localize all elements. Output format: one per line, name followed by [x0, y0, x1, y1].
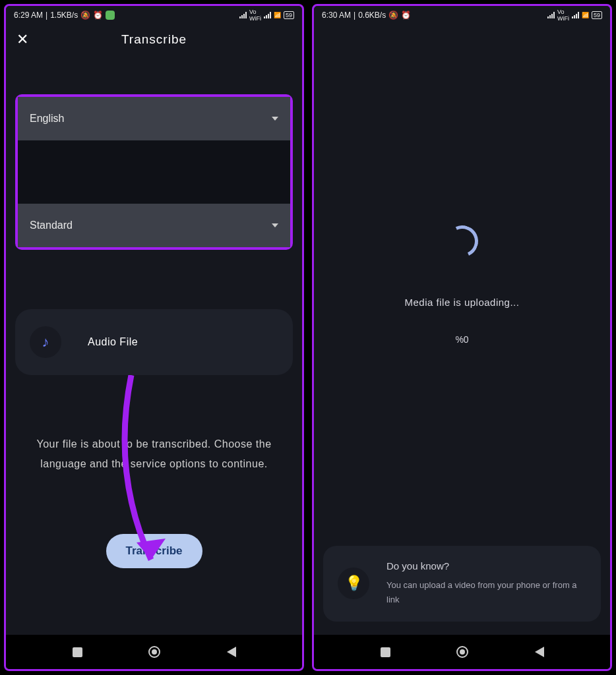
battery-icon: 59 [284, 11, 294, 19]
tip-card: 💡 Do you know? You can upload a video fr… [323, 546, 601, 622]
nav-recents-icon[interactable] [73, 647, 82, 657]
bulb-circle: 💡 [338, 568, 369, 599]
phone-left: 6:29 AM | 1.5KB/s 🔕 ⏰ VoWiFi 📶 59 ✕ Tran… [4, 4, 304, 671]
spinner-icon [442, 221, 483, 262]
status-time: 6:30 AM [322, 11, 351, 20]
upload-status-text: Media file is uploading... [405, 297, 520, 308]
upload-percent: %0 [455, 334, 468, 345]
status-bar: 6:29 AM | 1.5KB/s 🔕 ⏰ VoWiFi 📶 59 [6, 6, 302, 24]
phone-right: 6:30 AM | 0.6KB/s 🔕 ⏰ VoWiFi 📶 59 Media … [312, 4, 612, 671]
page-title: Transcribe [6, 32, 302, 47]
signal-icon-2 [264, 12, 271, 18]
hint-text: Your file is about to be transcribed. Ch… [15, 434, 293, 475]
vowifi-icon: VoWiFi [557, 9, 569, 22]
nav-back-icon[interactable] [535, 647, 544, 657]
mute-icon: 🔕 [80, 11, 90, 20]
signal-icon [547, 12, 555, 18]
android-nav-bar [6, 635, 302, 669]
android-nav-bar [314, 635, 610, 669]
music-note-icon: ♪ [42, 334, 49, 351]
tip-title: Do you know? [386, 560, 586, 572]
options-highlight-box: English Standard [15, 94, 293, 250]
nav-back-icon[interactable] [227, 647, 236, 657]
status-speed: 1.5KB/s [50, 11, 78, 20]
mute-icon: 🔕 [388, 11, 398, 20]
uploading-area: Media file is uploading... %0 [314, 24, 610, 546]
app-header: ✕ Transcribe [6, 24, 302, 55]
chevron-down-icon [272, 223, 278, 227]
service-value: Standard [30, 220, 73, 231]
service-dropdown[interactable]: Standard [18, 204, 290, 247]
signal-icon [239, 12, 247, 18]
chevron-down-icon [272, 117, 278, 121]
audio-icon-circle: ♪ [30, 326, 61, 358]
wifi-icon: 📶 [274, 12, 281, 18]
language-value: English [30, 113, 64, 125]
audio-file-card[interactable]: ♪ Audio File [15, 309, 293, 375]
nav-recents-icon[interactable] [381, 647, 390, 657]
battery-icon: 59 [592, 11, 602, 19]
alarm-icon: ⏰ [401, 11, 411, 20]
vowifi-icon: VoWiFi [249, 9, 261, 22]
language-dropdown[interactable]: English [18, 97, 290, 140]
transcribe-button[interactable]: Transcribe [106, 534, 202, 568]
status-speed: 0.6KB/s [358, 11, 386, 20]
nav-home-icon[interactable] [456, 646, 468, 658]
wifi-icon: 📶 [582, 12, 589, 18]
tip-body: You can upload a video from your phone o… [386, 578, 586, 607]
alarm-icon: ⏰ [93, 11, 103, 20]
audio-file-label: Audio File [88, 336, 138, 348]
status-bar: 6:30 AM | 0.6KB/s 🔕 ⏰ VoWiFi 📶 59 [314, 6, 610, 24]
nav-home-icon[interactable] [148, 646, 160, 658]
status-time: 6:29 AM [14, 11, 43, 20]
app-indicator-icon [106, 11, 115, 20]
bulb-icon: 💡 [345, 575, 363, 592]
signal-icon-2 [572, 12, 579, 18]
